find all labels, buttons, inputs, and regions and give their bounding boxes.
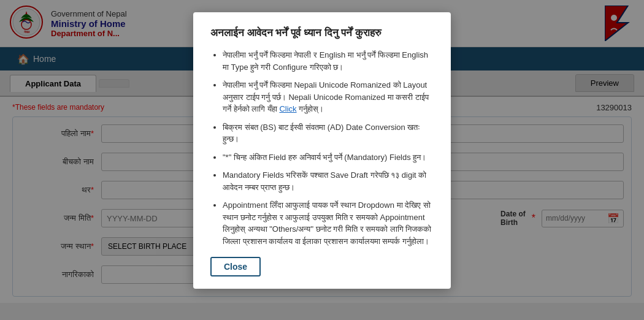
modal-bullet-3: बिक्रम संबत (BS) बाट ईस्वी संवतमा (AD) D… <box>223 121 434 145</box>
modal-dialog: अनलाईन आवेदन भर्नें पूर्व ध्यान दिनु पर्… <box>193 12 451 289</box>
modal-bullet-6: Appointment लिँदा आफुलाई पायक पर्ने स्था… <box>223 199 434 247</box>
modal-bullet-4: "*" चिन्ह अंकित Field हरु अनिवार्य भर्नु… <box>223 151 434 164</box>
modal-instructions-list: नेपालीमा भर्नुं पर्नें फिल्डमा नेपाली र … <box>210 49 434 247</box>
modal-overlay: अनलाईन आवेदन भर्नें पूर्व ध्यान दिनु पर्… <box>0 0 644 320</box>
unicode-link[interactable]: Click <box>279 104 296 113</box>
modal-bullet-1: नेपालीमा भर्नुं पर्नें फिल्डमा नेपाली र … <box>223 49 434 73</box>
modal-bullet-5: Mandatory Fields भरिसकें पश्चात Save Dra… <box>223 169 434 193</box>
close-modal-button[interactable]: Close <box>210 257 261 276</box>
modal-title: अनलाईन आवेदन भर्नें पूर्व ध्यान दिनु पर्… <box>210 27 434 39</box>
modal-bullet-2: नेपालीमा भर्नुं पर्नें फिल्डमा Nepali Un… <box>223 79 434 115</box>
